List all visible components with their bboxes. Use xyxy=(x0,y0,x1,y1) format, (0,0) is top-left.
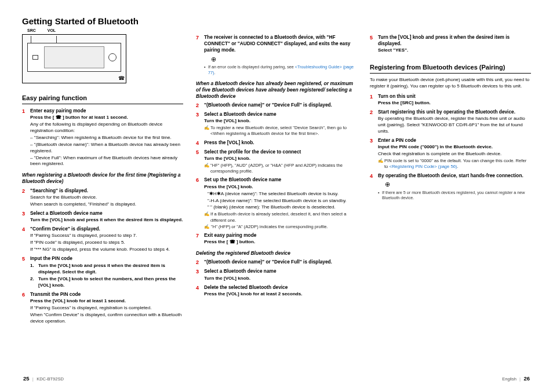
step-title: Start registering this unit by operating… xyxy=(378,109,531,115)
step-sub: Turn the [VOL] knob. xyxy=(204,276,357,282)
column-1: SRC VOL ☎ Easy pairing function 1 Enter … xyxy=(22,32,183,372)
step-number: 1 xyxy=(22,108,28,168)
step-number: 2 xyxy=(196,259,202,266)
device-diagram: SRC VOL ☎ xyxy=(22,34,126,83)
step-text: If "Pairing Success" is displayed, proce… xyxy=(30,233,183,239)
step-number: 4 xyxy=(22,226,28,253)
step-number: 3 xyxy=(370,137,376,170)
step-title: Enter a PIN code xyxy=(378,137,531,144)
intro-text: To make your Bluetooth device (cell-phon… xyxy=(370,77,531,90)
page-footer: 25 | KDC-BT92SD English | 26 xyxy=(22,375,531,382)
step-number: 2 xyxy=(370,109,376,135)
step-title: "(Bluetooth device name)" or "Device Ful… xyxy=(204,102,357,108)
step-sub: Input the PIN code ("0000") in the Bluet… xyxy=(378,144,531,151)
step-sub: Press the [VOL] knob. xyxy=(204,184,357,190)
step-text: "Searching": When registering a Bluetoot… xyxy=(30,135,183,141)
step-title: Select the profile for the device to con… xyxy=(204,149,357,155)
note-text: "H" (HFP) or "A" (A2DP) indicates the co… xyxy=(211,224,328,230)
step-number: 4 xyxy=(370,173,376,201)
step-text: If "Pairing Success" is displayed, regis… xyxy=(30,305,183,312)
substep-text: Turn the [VOL] knob to select the number… xyxy=(38,276,183,289)
step-sub: Turn the [VOL] knob. xyxy=(204,156,357,162)
page-title: Getting Started of Bluetooth xyxy=(22,16,531,26)
step-sub: Press the [ ☎ ] button. xyxy=(204,239,357,246)
column-2: 7 The receiver is connected to a Bluetoo… xyxy=(196,32,357,372)
step-number: 3 xyxy=(196,111,202,137)
step-number: 6 xyxy=(22,291,28,325)
step-title: Enter easy pairing mode xyxy=(30,108,183,114)
step-number: 5 xyxy=(196,149,202,175)
step-number: 2 xyxy=(22,188,28,208)
substep-number: 2. xyxy=(30,276,36,289)
substep-text: Turn the [VOL] knob and press it when th… xyxy=(38,263,183,276)
step-number: 7 xyxy=(196,34,202,76)
step-text: "✱H✱A (device name)": The selected Bluet… xyxy=(204,191,357,197)
step-text: When search is completed, "Finished" is … xyxy=(30,202,183,208)
step-title: Select a Bluetooth device name xyxy=(204,111,357,118)
step-sub: Press the [VOL] knob for at least 1 seco… xyxy=(30,298,183,305)
step-text: If "*** NG" is displayed, press the volu… xyxy=(30,247,183,253)
step-title: "Searching" is displayed. xyxy=(30,188,183,194)
content-columns: SRC VOL ☎ Easy pairing function 1 Enter … xyxy=(22,32,531,372)
step-title: Input the PIN code xyxy=(30,255,183,262)
diagram-label-src: SRC xyxy=(27,28,36,32)
heading-easy-pairing: Easy pairing function xyxy=(22,94,183,104)
diagram-label-vol: VOL xyxy=(48,28,56,32)
bluetooth-icon: ⊕ xyxy=(211,55,357,64)
step-text: When "Confirm Device" is displayed, conf… xyxy=(30,312,183,325)
step-title: Turn the [VOL] knob and press it when th… xyxy=(378,34,531,47)
step-title: Turn on this unit xyxy=(378,93,531,100)
note-text: To register a new Bluetooth device, sele… xyxy=(210,125,357,137)
step-title: "Confirm Device" is displayed. xyxy=(30,226,183,232)
step-title: Select a Bluetooth device name xyxy=(30,210,183,217)
step-title: Select a Bluetooth device name xyxy=(204,268,357,274)
step-title: "(Bluetooth device name)" or "Device Ful… xyxy=(204,259,357,265)
sub-heading: Deleting the registered Bluetooth device xyxy=(196,250,357,257)
language-label: English xyxy=(502,376,516,382)
page-number-right: 26 xyxy=(523,375,530,382)
step-title: The receiver is connected to a Bluetooth… xyxy=(204,34,357,54)
step-number: 1 xyxy=(370,93,376,107)
step-sub: Press the [SRC] button. xyxy=(378,100,531,107)
sub-heading: When registering a Bluetooth device for … xyxy=(22,172,183,185)
note-text: "HF" (HFP), "AUD" (A2DP), or "H&A" (HFP … xyxy=(210,163,357,175)
substep-number: 1. xyxy=(30,263,36,276)
step-number: 3 xyxy=(196,268,202,281)
step-text: By operating the Bluetooth device, regis… xyxy=(378,116,531,135)
step-number: 4 xyxy=(196,284,202,298)
model-label: KDC-BT92SD xyxy=(37,376,64,382)
step-number: 2 xyxy=(196,102,202,109)
bluetooth-icon: ⊕ xyxy=(385,180,531,189)
step-number: 5 xyxy=(370,34,376,54)
note-text: If a Bluetooth device is already selecte… xyxy=(210,211,357,224)
step-text: "(Bluetooth device name)": When a Blueto… xyxy=(30,142,183,155)
note-text: If an error code is displayed during par… xyxy=(208,64,294,69)
step-number: 6 xyxy=(196,177,202,230)
step-text: "Device Full": When maximum of five Blue… xyxy=(30,155,183,168)
step-title: Set up the Bluetooth device name xyxy=(204,177,357,183)
step-title: Transmit the PIN code xyxy=(30,291,183,298)
step-title: Delete the selected Bluetooth device xyxy=(204,284,357,291)
heading-registering: Registering from Bluetooth devices (Pair… xyxy=(370,63,531,74)
step-text: If "PIN code" is displayed, proceed to s… xyxy=(30,240,183,246)
phone-icon: ☎ xyxy=(118,75,125,82)
link-pin-code[interactable]: <Registering PIN Code> (page 56) xyxy=(389,164,457,169)
step-text: Check that registration is complete on t… xyxy=(378,151,531,157)
sub-heading: When a Bluetooth device has already been… xyxy=(196,80,357,100)
step-number: 5 xyxy=(22,255,28,289)
step-sub: Press the [VOL] knob for at least 2 seco… xyxy=(204,291,357,298)
step-text: " " (blank) (device name): The Bluetooth… xyxy=(204,204,357,211)
step-text: "-H-A (device name)": The selected Bluet… xyxy=(204,198,357,204)
step-title: Press the [VOL] knob. xyxy=(204,140,357,146)
step-sub: Turn the [VOL] knob and press it when th… xyxy=(30,217,183,224)
step-number: 7 xyxy=(196,232,202,246)
note-text: If there are 5 or more Bluetooth devices… xyxy=(382,190,531,201)
step-number: 4 xyxy=(196,140,202,146)
step-title: Exit easy pairing mode xyxy=(204,232,357,239)
column-3: 5 Turn the [VOL] knob and press it when … xyxy=(370,32,531,372)
step-title: By operating the Bluetooth device, start… xyxy=(378,173,531,179)
step-sub: Select "YES". xyxy=(378,47,531,54)
step-sub: Turn the [VOL] knob. xyxy=(204,118,357,124)
step-text: Search for the Bluetooth device. xyxy=(30,195,183,201)
step-sub: Press the [ ☎ ] button for at least 1 se… xyxy=(30,115,183,121)
